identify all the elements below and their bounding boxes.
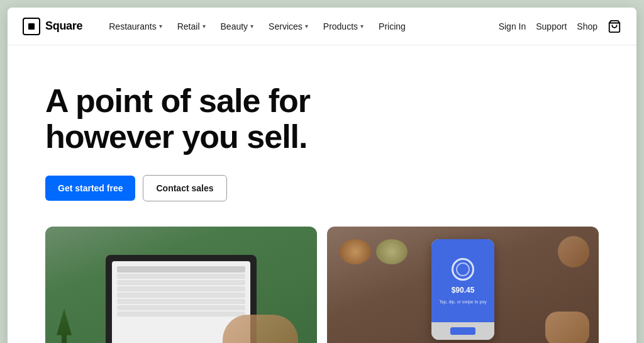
image-row: $90.45 Tap, dip, or swipe to pay <box>8 227 636 343</box>
chevron-down-icon: ▾ <box>203 23 206 30</box>
nav-links: Restaurants ▾ Retail ▾ Beauty ▾ Services… <box>103 18 498 35</box>
nav-item-services[interactable]: Services ▾ <box>262 18 314 35</box>
hand-on-laptop <box>223 315 298 343</box>
screen-row-1 <box>117 274 245 279</box>
nav-label-services: Services <box>269 21 303 31</box>
nav-right: Sign In Support Shop <box>499 20 621 33</box>
terminal-image-card: $90.45 Tap, dip, or swipe to pay <box>327 227 599 343</box>
nav-item-retail[interactable]: Retail ▾ <box>171 18 212 35</box>
nav-label-pricing: Pricing <box>379 21 406 31</box>
terminal-amount: $90.45 <box>452 286 475 295</box>
chevron-down-icon: ▾ <box>360 23 364 30</box>
square-logo-icon <box>23 18 40 35</box>
screen-row-7 <box>117 312 245 317</box>
cart-icon[interactable] <box>608 20 621 33</box>
nav-label-retail: Retail <box>177 21 200 31</box>
sign-in-link[interactable]: Sign In <box>499 21 526 31</box>
screen-header-row <box>117 266 245 273</box>
nav-label-products: Products <box>323 21 358 31</box>
nav-item-pricing[interactable]: Pricing <box>372 18 412 35</box>
laptop-image-card <box>45 227 317 343</box>
support-link[interactable]: Support <box>536 21 567 31</box>
shop-link[interactable]: Shop <box>577 21 597 31</box>
contactless-icon <box>452 258 474 281</box>
plant-decoration <box>52 308 77 343</box>
terminal-action-button <box>450 327 475 335</box>
terminal-screen: $90.45 Tap, dip, or swipe to pay <box>431 239 494 322</box>
screen-row-5 <box>117 299 245 304</box>
screen-row-3 <box>117 286 245 291</box>
food-item-2 <box>376 239 408 264</box>
chevron-down-icon: ▾ <box>250 23 253 30</box>
hero-buttons: Get started free Contact sales <box>45 175 599 201</box>
nav-item-products[interactable]: Products ▾ <box>317 18 370 35</box>
payment-terminal: $90.45 Tap, dip, or swipe to pay <box>431 239 494 340</box>
screen-row-4 <box>117 293 245 298</box>
logo-text: Square <box>45 20 82 33</box>
nav-label-restaurants: Restaurants <box>109 21 156 31</box>
food-items <box>340 239 408 264</box>
logo-icon-inner <box>28 23 35 30</box>
get-started-button[interactable]: Get started free <box>45 176 135 201</box>
nav-item-beauty[interactable]: Beauty ▾ <box>214 18 260 35</box>
hero-section: A point of sale for however you sell. Ge… <box>8 45 636 227</box>
browser-window: Square Restaurants ▾ Retail ▾ Beauty ▾ S… <box>8 8 636 343</box>
hero-headline: A point of sale for however you sell. <box>45 83 372 155</box>
chevron-down-icon: ▾ <box>159 23 162 30</box>
hand-holding-terminal <box>545 312 589 343</box>
nav-item-restaurants[interactable]: Restaurants ▾ <box>103 18 168 35</box>
contact-sales-button[interactable]: Contact sales <box>143 175 226 201</box>
chevron-down-icon: ▾ <box>305 23 308 30</box>
food-item-1 <box>340 239 371 264</box>
hand-bg-right <box>558 236 589 267</box>
screen-row-2 <box>117 280 245 285</box>
navbar: Square Restaurants ▾ Retail ▾ Beauty ▾ S… <box>8 8 636 45</box>
terminal-subtitle: Tap, dip, or swipe to pay <box>439 300 487 304</box>
nav-label-beauty: Beauty <box>221 21 248 31</box>
terminal-button-area <box>431 322 494 340</box>
screen-row-6 <box>117 305 245 310</box>
logo[interactable]: Square <box>23 18 82 35</box>
